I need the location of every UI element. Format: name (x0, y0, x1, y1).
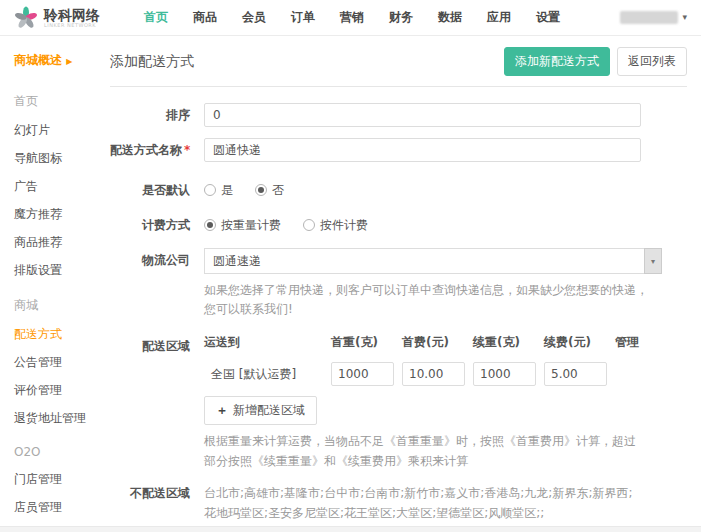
sort-label: 排序 (110, 103, 204, 127)
col-next-weight: 续重(克) (473, 334, 544, 351)
topbar: 聆科网络 LINKER NETWORK 首页 商品 会员 订单 营销 财务 数据… (0, 0, 701, 36)
main-nav: 首页 商品 会员 订单 营销 财务 数据 应用 设置 (144, 9, 560, 26)
sidebar-item-delivery-methods[interactable]: 配送方式 (14, 326, 90, 343)
delivery-area-label: 配送区域 (110, 334, 204, 358)
col-first-fee: 首费(元) (402, 334, 473, 351)
dropdown-button[interactable]: ▾ (644, 248, 662, 274)
sidebar-item-cube-recommend[interactable]: 魔方推荐 (14, 206, 90, 223)
form-row-no-delivery-area: 不配送区域 台北市;高雄市;基隆市;台中市;台南市;新竹市;嘉义市;香港岛;九龙… (110, 484, 687, 532)
sidebar-item-reviews[interactable]: 评价管理 (14, 382, 90, 399)
back-to-list-button[interactable]: 返回列表 (617, 47, 687, 76)
nav-item-orders[interactable]: 订单 (291, 9, 315, 26)
first-weight-input[interactable] (331, 362, 394, 386)
logistics-label: 物流公司 (110, 248, 204, 272)
is-default-yes-radio[interactable]: 是 (204, 178, 233, 202)
radio-icon (255, 184, 267, 196)
chevron-right-icon: ▶ (66, 57, 72, 66)
next-fee-input[interactable] (544, 362, 607, 386)
sidebar-item-return-address[interactable]: 退货地址管理 (14, 410, 90, 427)
chevron-down-icon: ▾ (651, 257, 655, 266)
delivery-area-help-text: 根据重量来计算运费，当物品不足《首重重量》时，按照《首重费用》计算，超过部分按照… (204, 432, 641, 470)
brand-subtitle: LINKER NETWORK (44, 22, 100, 28)
logistics-help-text: 如果您选择了常用快递，则客户可以订单中查询快递信息，如果缺少您想要的快递，您可以… (204, 281, 654, 319)
name-label: 配送方式名称* (110, 138, 204, 162)
delivery-area-table: 运送到 首重(克) 首费(元) 续重(克) 续费(元) 管理 全国 [默认运费] (204, 334, 655, 470)
is-default-no-radio[interactable]: 否 (255, 178, 284, 202)
chevron-down-icon: ▾ (682, 13, 687, 22)
table-row: 全国 [默认运费] (204, 362, 655, 386)
form-row-logistics: 物流公司 圆通速递 ▾ 如果您选择了常用快递，则客户可以订单中查询快递信息，如果… (110, 248, 687, 319)
radio-label: 否 (272, 178, 284, 202)
logistics-company-select[interactable]: 圆通速递 ▾ (204, 248, 662, 274)
add-delivery-area-label: 新增配送区域 (233, 402, 305, 419)
billing-label: 计费方式 (110, 213, 204, 237)
nav-item-products[interactable]: 商品 (193, 9, 217, 26)
nav-item-settings[interactable]: 设置 (536, 9, 560, 26)
sidebar-item-ads[interactable]: 广告 (14, 178, 90, 195)
add-new-delivery-method-button[interactable]: 添加新配送方式 (504, 47, 610, 76)
form-row-sort: 排序 (110, 103, 687, 127)
sidebar-item-product-recommend[interactable]: 商品推荐 (14, 234, 90, 251)
sort-input[interactable] (204, 103, 641, 127)
col-destination: 运送到 (204, 334, 331, 351)
radio-label: 按重量计费 (221, 213, 281, 237)
is-default-label: 是否默认 (110, 178, 204, 202)
required-asterisk: * (184, 143, 190, 157)
sidebar-item-slideshow[interactable]: 幻灯片 (14, 122, 90, 139)
sidebar-section-o2o: O2O (14, 445, 90, 459)
radio-icon (204, 184, 216, 196)
page-header: 添加配送方式 添加新配送方式 返回列表 (110, 36, 687, 87)
brand-title: 聆科网络 (44, 8, 100, 22)
table-header-row: 运送到 首重(克) 首费(元) 续重(克) 续费(元) 管理 (204, 334, 655, 351)
form-row-billing: 计费方式 按重量计费 按件计费 (110, 213, 687, 237)
page-title: 添加配送方式 (110, 53, 194, 71)
first-fee-input[interactable] (402, 362, 465, 386)
nav-item-members[interactable]: 会员 (242, 9, 266, 26)
billing-by-weight-radio[interactable]: 按重量计费 (204, 213, 281, 237)
sidebar-item-announcements[interactable]: 公告管理 (14, 354, 90, 371)
main-content: 添加配送方式 添加新配送方式 返回列表 排序 配送方式名称* 是否默认 是 否 (90, 36, 701, 532)
sidebar-item-layout-settings[interactable]: 排版设置 (14, 262, 90, 279)
bottom-strip (0, 526, 701, 532)
sidebar-item-store-management[interactable]: 门店管理 (14, 471, 90, 488)
sidebar-item-clerk-management[interactable]: 店员管理 (14, 499, 90, 516)
brand-logo: 聆科网络 LINKER NETWORK (14, 6, 126, 30)
app-window: 聆科网络 LINKER NETWORK 首页 商品 会员 订单 营销 财务 数据… (0, 0, 701, 532)
user-name-redacted (620, 11, 678, 24)
form-row-is-default: 是否默认 是 否 (110, 178, 687, 202)
user-menu[interactable]: ▾ (620, 11, 687, 24)
delivery-method-form: 排序 配送方式名称* 是否默认 是 否 计费方式 按重量计费 按件计费 (110, 87, 687, 532)
col-first-weight: 首重(克) (331, 334, 402, 351)
delivery-method-name-input[interactable] (204, 138, 641, 162)
nav-item-apps[interactable]: 应用 (487, 9, 511, 26)
add-delivery-area-button[interactable]: ＋新增配送区域 (204, 396, 317, 425)
no-delivery-area-label: 不配送区域 (110, 484, 204, 503)
logistics-company-value: 圆通速递 (204, 248, 644, 274)
next-weight-input[interactable] (473, 362, 536, 386)
pinwheel-logo-icon (14, 6, 38, 30)
form-row-delivery-area: 配送区域 运送到 首重(克) 首费(元) 续重(克) 续费(元) 管理 全国 [… (110, 334, 687, 470)
sidebar-section-mall: 商城 (14, 297, 90, 314)
sidebar-item-mall-overview[interactable]: 商城概述 ▶ (14, 52, 90, 69)
radio-icon (303, 219, 315, 231)
excluded-regions-text: 台北市;高雄市;基隆市;台中市;台南市;新竹市;嘉义市;香港岛;九龙;新界东;新… (204, 484, 641, 524)
radio-label: 按件计费 (320, 213, 368, 237)
nav-item-finance[interactable]: 财务 (389, 9, 413, 26)
billing-by-piece-radio[interactable]: 按件计费 (303, 213, 368, 237)
sidebar: 商城概述 ▶ 首页 幻灯片 导航图标 广告 魔方推荐 商品推荐 排版设置 商城 … (0, 36, 90, 526)
col-manage: 管理 (615, 334, 655, 351)
sidebar-section-home: 首页 (14, 93, 90, 110)
radio-icon (204, 219, 216, 231)
radio-label: 是 (221, 178, 233, 202)
nav-item-home[interactable]: 首页 (144, 9, 168, 26)
plus-icon: ＋ (216, 402, 228, 419)
destination-cell: 全国 [默认运费] (204, 366, 331, 383)
col-next-fee: 续费(元) (544, 334, 615, 351)
nav-item-data[interactable]: 数据 (438, 9, 462, 26)
form-row-name: 配送方式名称* (110, 138, 687, 162)
nav-item-marketing[interactable]: 营销 (340, 9, 364, 26)
sidebar-item-nav-icons[interactable]: 导航图标 (14, 150, 90, 167)
